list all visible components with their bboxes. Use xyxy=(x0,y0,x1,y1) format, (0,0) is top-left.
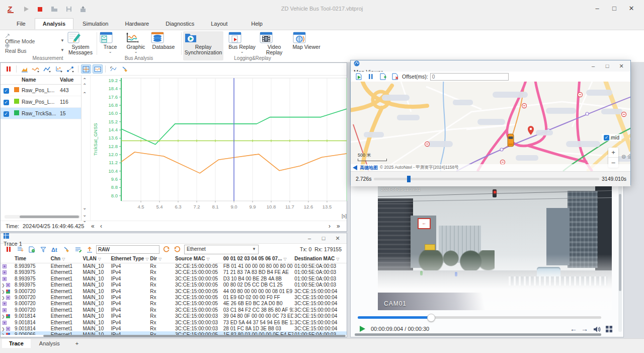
map-viewer-button[interactable]: Map Viewer xyxy=(292,31,321,50)
video-vscrollbar[interactable] xyxy=(618,175,622,332)
export-up-icon[interactable] xyxy=(85,245,95,254)
trace-minimize-button[interactable]: – xyxy=(302,233,316,243)
menu-diagnostics[interactable]: Diagnostics xyxy=(158,19,202,29)
database-button[interactable]: Database xyxy=(150,31,177,50)
add-file-icon[interactable] xyxy=(378,72,388,81)
filter-funnel-icon[interactable] xyxy=(38,245,48,254)
autoscroll-icon[interactable] xyxy=(15,245,25,254)
wave-chart-icon[interactable] xyxy=(31,64,41,74)
zoom-in-button[interactable]: + xyxy=(608,148,618,158)
menu-layout[interactable]: Layout xyxy=(203,19,235,29)
signal-table-scrollbar[interactable] xyxy=(5,215,80,219)
video-play-icon[interactable] xyxy=(359,325,366,332)
graphic-button[interactable]: Graphic⌄ xyxy=(124,31,148,53)
filter-icon[interactable]: ▽ xyxy=(158,257,162,261)
system-messages-button[interactable]: System Messages xyxy=(66,31,95,55)
column-value[interactable]: Value xyxy=(60,77,80,83)
col-time[interactable]: Time xyxy=(14,255,50,263)
search-prev-icon[interactable] xyxy=(161,245,171,254)
trace-row[interactable]: ❯9.001814Ethernet1MAIN_10IPv4Rx3C:CE:15:… xyxy=(1,313,347,319)
bus-replay-button[interactable]: Bus Replay⌄ xyxy=(227,31,257,53)
scroll-far-left-icon[interactable]: « xyxy=(91,223,95,230)
col-chn[interactable]: Chn▽ xyxy=(50,255,82,263)
filter-icon[interactable]: ▽ xyxy=(284,257,287,261)
filter-icon[interactable]: ▽ xyxy=(336,257,339,261)
offline-mode-selector[interactable]: Offline Mode▼ xyxy=(5,34,64,44)
clean-icon[interactable] xyxy=(61,245,71,254)
video-replay-button[interactable]: Video Replay xyxy=(259,31,290,55)
search-input[interactable] xyxy=(96,245,159,254)
map-canvas[interactable]: 500 米 ✓mid + – ◍ 金 高德地图© 2025 AutoNavi -… xyxy=(351,82,630,171)
expand-arrow-icon[interactable]: ❯ xyxy=(2,296,5,300)
grid-layout-icon[interactable] xyxy=(606,326,612,332)
signal-row[interactable]: ✓Raw_TrckSa...15 xyxy=(1,108,81,119)
signal-visible-checkbox[interactable]: ✓ xyxy=(4,100,9,105)
mid-layer-checkbox[interactable]: ✓mid xyxy=(602,134,621,141)
scroll-right-icon[interactable]: › xyxy=(329,223,331,230)
collapse-down-icon[interactable]: ⌄ xyxy=(83,205,87,210)
trace-hscrollbar[interactable] xyxy=(43,335,346,337)
video-progress-handle[interactable] xyxy=(427,314,435,322)
scroll-left-icon[interactable]: ‹ xyxy=(100,223,102,230)
col-source-mac[interactable]: Source MAC▽ xyxy=(174,255,222,263)
col-data-bytes[interactable]: 00 01 02 03 04 05 06 07...▽ xyxy=(222,255,294,263)
search-next-icon[interactable] xyxy=(173,245,183,254)
clear-list-icon[interactable] xyxy=(27,245,37,254)
trace-row[interactable]: 9.001814Ethernet1MAIN_10IPv4Rx3C:CE:15:0… xyxy=(1,319,347,325)
xy-chart-icon[interactable] xyxy=(54,64,64,74)
col-vlan[interactable]: VLAN▽ xyxy=(82,255,110,263)
pause-icon[interactable] xyxy=(4,64,14,74)
menu-help[interactable]: Help xyxy=(244,19,270,29)
trace-row[interactable]: ❯9.006066Ethernet1MAIN_10IPv4Rx3C:CE:15:… xyxy=(1,331,347,335)
col-destination-mac[interactable]: Destination MAC▽ xyxy=(293,255,347,263)
offset-input[interactable] xyxy=(430,73,509,81)
tab-analysis[interactable]: Analysis xyxy=(32,339,67,348)
trace-row[interactable]: 8.993975Ethernet1MAIN_10IPv4Rx3C:CE:15:0… xyxy=(1,269,347,275)
area-chart-icon[interactable] xyxy=(19,64,29,74)
trace-row[interactable]: ❯8.993975Ethernet1MAIN_10IPv4Rx3C:CE:15:… xyxy=(1,281,347,288)
video-progress-bar[interactable] xyxy=(358,316,601,319)
map-maximize-button[interactable]: □ xyxy=(600,61,614,71)
collapse-all-up-icon[interactable]: ⌃⌃ xyxy=(83,77,87,88)
filter-icon[interactable]: ▽ xyxy=(145,257,148,261)
trace-row[interactable]: 9.000720Ethernet1MAIN_10IPv4Rx3C:CE:15:0… xyxy=(1,300,347,306)
col-ethernet-type[interactable]: Ethernet Type▽ xyxy=(110,255,149,263)
map-minimize-button[interactable]: – xyxy=(586,61,600,71)
trace-close-button[interactable]: ✕ xyxy=(331,233,345,243)
expand-arrow-icon[interactable]: ❯ xyxy=(2,314,5,319)
menu-hardware[interactable]: Hardware xyxy=(118,19,157,29)
trace-button[interactable]: Trace⌄ xyxy=(99,31,122,53)
pause-replay-icon[interactable] xyxy=(366,72,376,81)
filter-icon[interactable]: ▽ xyxy=(98,257,101,261)
menu-file[interactable]: File xyxy=(9,19,33,29)
col-dir[interactable]: Dir▽ xyxy=(149,255,174,263)
collapse-up-icon[interactable]: ⌃ xyxy=(83,91,87,97)
real-bus-selector[interactable]: Real Bus▼ xyxy=(5,43,64,54)
trace-maximize-button[interactable]: □ xyxy=(316,233,331,243)
trace-row[interactable]: 9.000720Ethernet1MAIN_10IPv4Rx3C:CE:15:0… xyxy=(1,307,347,313)
column-name[interactable]: Name xyxy=(22,77,60,83)
filter-edit-icon[interactable] xyxy=(73,245,83,254)
tab-trace[interactable]: Trace xyxy=(2,339,31,348)
menu-analysis[interactable]: Analysis xyxy=(35,18,73,29)
menu-simulation[interactable]: Simulation xyxy=(75,19,116,29)
line-chart-icon[interactable] xyxy=(42,64,52,74)
signal-row[interactable]: ✓Raw_Pos_L...116 xyxy=(1,96,81,108)
expand-arrow-icon[interactable]: ❯ xyxy=(2,283,5,288)
trace-row[interactable]: ❯9.001814Ethernet1MAIN_10IPv4Rx3C:CE:15:… xyxy=(1,325,347,331)
start-replay-icon[interactable] xyxy=(354,72,364,81)
signal-chart[interactable]: 8.08.89.610.411.212.012.813.614.415.216.… xyxy=(90,75,348,222)
volume-icon[interactable] xyxy=(593,326,601,333)
crosshair-icon[interactable] xyxy=(81,64,91,74)
trace-row[interactable]: ❯9.000720Ethernet1MAIN_10IPv4Rx3C:CE:15:… xyxy=(1,294,347,300)
add-tab-button[interactable]: + xyxy=(68,339,86,348)
expand-arrow-icon[interactable]: ❯ xyxy=(2,333,5,335)
delta-time-icon[interactable]: Δt xyxy=(50,245,60,254)
curve-link-icon[interactable] xyxy=(65,64,75,74)
slider-thumb[interactable] xyxy=(407,176,411,182)
scroll-far-right-icon[interactable]: » xyxy=(337,223,340,230)
close-button[interactable]: ✕ xyxy=(623,2,640,15)
trace-row[interactable]: 8.993975Ethernet1MAIN_10IPv4Rx3C:CE:15:0… xyxy=(1,275,347,281)
zoom-wave-icon[interactable] xyxy=(93,64,103,74)
minimize-button[interactable]: – xyxy=(589,2,606,15)
